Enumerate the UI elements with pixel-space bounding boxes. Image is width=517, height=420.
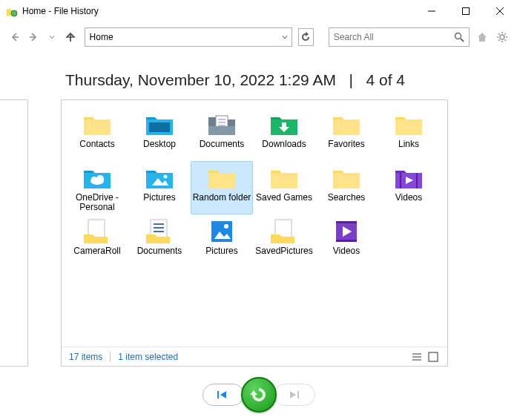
gear-icon[interactable] [495, 29, 510, 45]
item-Downloads[interactable]: Downloads [253, 108, 315, 161]
view-large-button[interactable] [427, 350, 440, 364]
folder-cloud-icon [81, 163, 113, 193]
lib-pics-icon [205, 217, 238, 246]
window-title: Home - File History [22, 6, 99, 16]
item-LibDocs[interactable]: Documents [128, 214, 191, 268]
lib-cam-icon [268, 217, 300, 246]
svg-line-30 [461, 39, 464, 42]
lib-vids-icon [330, 217, 363, 246]
item-label: Videos [395, 193, 422, 203]
item-label: Pictures [143, 193, 175, 203]
item-label: Saved Games [256, 193, 312, 203]
folder-vids-icon [392, 163, 425, 193]
folder-yellow-icon [81, 110, 113, 140]
folder-yellow-icon [392, 110, 425, 140]
svg-line-38 [498, 40, 500, 42]
search-icon[interactable] [450, 32, 469, 42]
item-Videos[interactable]: Videos [378, 161, 440, 214]
prev-version-button[interactable] [202, 384, 244, 406]
lib-docs-icon [143, 217, 176, 246]
svg-line-37 [505, 40, 507, 42]
item-label: Documents [200, 140, 245, 149]
item-LibPics[interactable]: Pictures [191, 214, 253, 268]
svg-point-29 [455, 33, 461, 39]
svg-line-36 [498, 33, 500, 35]
item-label: CameraRoll [73, 246, 120, 256]
next-version-button[interactable] [274, 384, 315, 406]
item-label: OneDrive - Personal [67, 193, 127, 212]
recent-dropdown[interactable] [45, 28, 60, 46]
item-Searches[interactable]: Searches [315, 161, 378, 214]
home-icon[interactable] [475, 29, 490, 45]
item-Pictures[interactable]: Pictures [128, 161, 191, 214]
up-button[interactable] [63, 28, 79, 46]
item-Documents[interactable]: Documents [191, 108, 253, 161]
folder-yellow-icon [205, 163, 238, 193]
folder-yellow-icon [268, 163, 300, 193]
titlebar: Home - File History [0, 0, 517, 22]
svg-rect-43 [429, 352, 438, 361]
item-SavedGames[interactable]: Saved Games [253, 161, 315, 214]
status-separator [110, 352, 111, 362]
restore-button[interactable] [241, 377, 277, 413]
svg-rect-44 [217, 391, 219, 398]
svg-point-31 [500, 35, 504, 39]
file-pane: ContactsDesktopDocumentsDownloadsFavorit… [61, 99, 448, 367]
folder-blue-icon [143, 110, 176, 140]
folder-pics-icon [143, 163, 176, 193]
item-label: Links [398, 140, 419, 149]
close-button[interactable] [483, 0, 517, 22]
svg-point-21 [11, 10, 17, 16]
history-controls [0, 377, 517, 413]
item-label: SavedPictures [255, 246, 312, 256]
item-OneDrive[interactable]: OneDrive - Personal [66, 161, 128, 214]
toolbar [0, 22, 517, 52]
view-details-button[interactable] [410, 350, 424, 364]
prev-snapshot-sliver[interactable] [0, 99, 28, 367]
forward-button[interactable] [26, 28, 42, 46]
folder-docs-icon [205, 110, 238, 140]
snapshot-timestamp: Thursday, November 10, 2022 1:29 AM [65, 71, 336, 88]
svg-line-39 [505, 33, 507, 35]
search-input[interactable] [329, 28, 450, 46]
item-label: Favorites [328, 140, 364, 149]
svg-rect-23 [463, 8, 470, 15]
item-label: Contacts [79, 140, 114, 149]
item-Contacts[interactable]: Contacts [66, 108, 128, 161]
folder-yellow-icon [330, 163, 363, 193]
item-label: Random folder [193, 193, 251, 203]
folder-yellow-icon [330, 110, 363, 140]
status-bar: 17 items 1 item selected [62, 347, 447, 366]
item-Desktop[interactable]: Desktop [128, 108, 191, 161]
back-button[interactable] [7, 28, 23, 46]
snapshot-pager: 4 of 4 [366, 71, 405, 88]
item-LibVids[interactable]: Videos [315, 214, 378, 268]
item-LibSavedPics[interactable]: SavedPictures [253, 214, 315, 268]
item-label: Searches [328, 193, 366, 203]
item-label: Pictures [205, 246, 237, 256]
address-input[interactable] [85, 28, 278, 46]
snapshot-heading: Thursday, November 10, 2022 1:29 AM | 4 … [65, 71, 517, 89]
item-label: Desktop [143, 140, 176, 149]
address-dropdown[interactable] [278, 34, 292, 40]
app-icon [6, 5, 18, 17]
item-label: Videos [333, 246, 360, 256]
item-Random[interactable]: Random folder [191, 161, 253, 214]
minimize-button[interactable] [415, 0, 449, 22]
item-CameraRoll[interactable]: CameraRoll [66, 214, 128, 268]
refresh-button[interactable] [298, 28, 314, 46]
svg-rect-45 [297, 391, 299, 398]
item-Links[interactable]: Links [378, 108, 440, 161]
item-label: Downloads [262, 140, 306, 149]
status-selection: 1 item selected [118, 352, 178, 362]
item-Favorites[interactable]: Favorites [315, 108, 378, 161]
lib-cam-icon [81, 217, 113, 246]
folder-down-icon [268, 110, 300, 140]
item-label: Documents [137, 246, 182, 256]
maximize-button[interactable] [449, 0, 483, 22]
status-count: 17 items [69, 352, 102, 362]
